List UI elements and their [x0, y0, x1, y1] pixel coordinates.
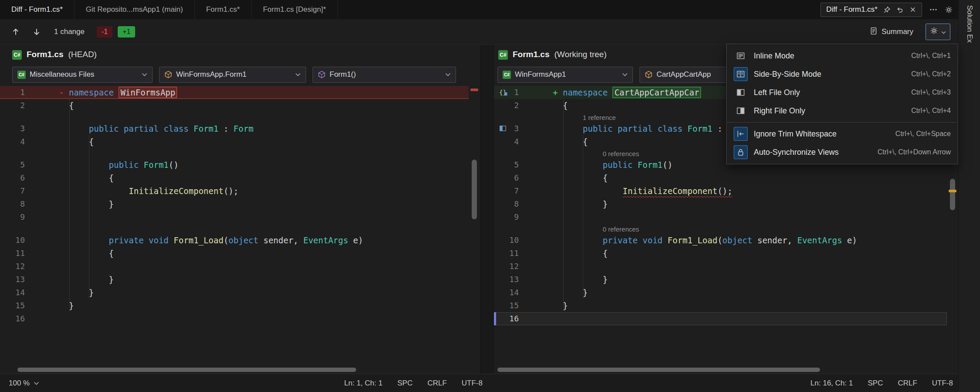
- line-number[interactable]: 13: [494, 273, 527, 286]
- code-line-left-16[interactable]: 16: [0, 312, 469, 325]
- line-number[interactable]: 7: [494, 184, 527, 198]
- code-line-left-10[interactable]: 10 private void Form1_Load(object sender…: [0, 234, 469, 247]
- code-line-right-12[interactable]: 12: [494, 260, 947, 273]
- code-line-left-2[interactable]: 2{: [0, 99, 469, 112]
- line-number[interactable]: 9: [0, 211, 33, 224]
- code-line-left-15[interactable]: 15}: [0, 299, 469, 312]
- right-horizontal-scroll-thumb[interactable]: [497, 368, 820, 372]
- menu-item-auto-synchronize-views[interactable]: Auto-Synchronize ViewsCtrl+\, Ctrl+Down …: [727, 143, 958, 161]
- menu-item-side-by-side-mode[interactable]: Side-By-Side ModeCtrl+\, Ctrl+2: [727, 65, 958, 83]
- line-number[interactable]: 10: [494, 234, 527, 247]
- code-line-right-13[interactable]: 13 }: [494, 273, 947, 286]
- active-document-tab[interactable]: Diff - Form1.cs*: [820, 3, 922, 17]
- line-number[interactable]: 4: [0, 135, 33, 148]
- line-number[interactable]: 12: [0, 260, 33, 273]
- line-number[interactable]: 5: [0, 158, 33, 171]
- codelens-label[interactable]: 1 reference: [563, 113, 616, 122]
- line-number[interactable]: 2: [494, 99, 527, 112]
- left-code-editor[interactable]: 1-namespace WinFormsApp2{3 public partia…: [0, 85, 480, 374]
- line-number[interactable]: 16: [494, 312, 527, 325]
- line-number[interactable]: 8: [0, 198, 33, 211]
- menu-item-inline-mode[interactable]: Inline ModeCtrl+\, Ctrl+1: [727, 47, 958, 65]
- line-number[interactable]: 8: [494, 198, 527, 211]
- code-token: }: [563, 275, 608, 284]
- line-number[interactable]: 11: [494, 247, 527, 260]
- code-line-right-8[interactable]: 8 }: [494, 198, 947, 211]
- breadcrumb-dropdown-winformsapp-form1[interactable]: WinFormsApp.Form1: [159, 67, 306, 83]
- breadcrumb-dropdown-form1[interactable]: Form1(): [313, 67, 456, 83]
- code-line-left-7[interactable]: 7 InitializeComponent();: [0, 184, 469, 198]
- right-vertical-scroll-thumb[interactable]: [950, 179, 955, 210]
- left-horizontal-scroll-thumb[interactable]: [17, 368, 356, 372]
- method-icon: [318, 71, 326, 78]
- line-number[interactable]: 5: [494, 158, 527, 171]
- tab-diff-form1-cs[interactable]: Diff - Form1.cs*: [0, 0, 75, 19]
- line-number[interactable]: 1: [0, 86, 33, 99]
- menu-item-ignore-trim-whitespace[interactable]: Ignore Trim WhitespaceCtrl+\, Ctrl+Space: [727, 125, 958, 143]
- left-horizontal-scrollbar[interactable]: [0, 366, 469, 374]
- line-number[interactable]: 15: [494, 299, 527, 312]
- code-token: [69, 186, 129, 196]
- line-number[interactable]: 7: [0, 184, 33, 198]
- code-line-right-7[interactable]: 7 InitializeComponent();: [494, 184, 947, 198]
- zoom-selector[interactable]: 100 %: [9, 379, 39, 388]
- line-number[interactable]: 15: [0, 299, 33, 312]
- code-line-left-13[interactable]: 13 }: [0, 273, 469, 286]
- code-line-right-14[interactable]: 14 }: [494, 286, 947, 299]
- line-number[interactable]: 3: [0, 122, 33, 135]
- code-line-right-15[interactable]: 15}: [494, 299, 947, 312]
- menu-item-left-file-only[interactable]: Left File OnlyCtrl+\, Ctrl+3: [727, 83, 958, 102]
- code-line-right-16[interactable]: 16: [494, 312, 947, 325]
- code-line-left-8[interactable]: 8 }: [0, 198, 469, 211]
- code-line-left-3[interactable]: 3 public partial class Form1 : Form: [0, 122, 469, 135]
- code-line-left-9[interactable]: 9: [0, 211, 469, 224]
- tab-form1-cs-design[interactable]: Form1.cs [Design]*: [252, 0, 338, 19]
- summary-button[interactable]: Summary: [866, 25, 917, 39]
- code-line-left-11[interactable]: 11 {: [0, 247, 469, 260]
- window-settings-gear-icon[interactable]: [945, 6, 953, 14]
- left-vertical-scroll-thumb[interactable]: [472, 160, 477, 219]
- line-number[interactable]: 10: [0, 234, 33, 247]
- code-line-left-14[interactable]: 14 }: [0, 286, 469, 299]
- code-line-right-6[interactable]: 6 {: [494, 171, 947, 184]
- breadcrumb-dropdown-miscellaneous-files[interactable]: C#Miscellaneous Files: [12, 67, 153, 83]
- line-number[interactable]: 14: [0, 286, 33, 299]
- more-actions-icon[interactable]: [929, 5, 938, 14]
- solution-explorer-tab[interactable]: Solution Ex: [958, 0, 980, 392]
- menu-item-right-file-only[interactable]: Right File OnlyCtrl+\, Ctrl+4: [727, 102, 958, 120]
- code-token: class: [657, 124, 682, 133]
- pin-icon[interactable]: [883, 6, 891, 14]
- code-line-left-12[interactable]: 12: [0, 260, 469, 273]
- code-line-left-5[interactable]: 5 public Form1(): [0, 158, 469, 171]
- line-number[interactable]: 13: [0, 273, 33, 286]
- line-number[interactable]: 6: [494, 171, 527, 184]
- tab-form1-cs[interactable]: Form1.cs*: [195, 0, 252, 19]
- line-number[interactable]: 14: [494, 286, 527, 299]
- right-horizontal-scrollbar[interactable]: [494, 366, 947, 374]
- pane-splitter[interactable]: [480, 45, 494, 374]
- codelens-label[interactable]: 0 references: [563, 225, 639, 234]
- close-icon[interactable]: [909, 6, 916, 13]
- code-token: (): [169, 160, 179, 170]
- line-number[interactable]: 2: [0, 99, 33, 112]
- left-vertical-scrollbar[interactable]: [469, 85, 480, 366]
- code-line-left-4[interactable]: 4 {: [0, 135, 469, 148]
- code-line-left-6[interactable]: 6 {: [0, 171, 469, 184]
- codelens-label[interactable]: 0 references: [563, 149, 639, 158]
- line-number[interactable]: 4: [494, 135, 527, 148]
- tab-git-reposito-msapp1-main[interactable]: Git Reposito...msApp1 (main): [75, 0, 195, 19]
- previous-change-button[interactable]: [8, 24, 24, 40]
- line-number[interactable]: 16: [0, 312, 33, 325]
- code-line-right-9[interactable]: 9: [494, 211, 947, 224]
- line-number[interactable]: 9: [494, 211, 527, 224]
- line-number[interactable]: 6: [0, 171, 33, 184]
- breadcrumb-dropdown-winformsapp1[interactable]: C#WinFormsApp1: [497, 67, 633, 83]
- next-change-button[interactable]: [29, 24, 44, 40]
- undo-arrow-icon[interactable]: [896, 6, 904, 14]
- code-line-left-1[interactable]: 1-namespace WinFormsApp: [0, 86, 469, 99]
- diff-settings-button[interactable]: [926, 24, 950, 40]
- line-number[interactable]: 11: [0, 247, 33, 260]
- line-number[interactable]: 12: [494, 260, 527, 273]
- code-line-right-11[interactable]: 11 {: [494, 247, 947, 260]
- code-line-right-10[interactable]: 10 private void Form1_Load(object sender…: [494, 234, 947, 247]
